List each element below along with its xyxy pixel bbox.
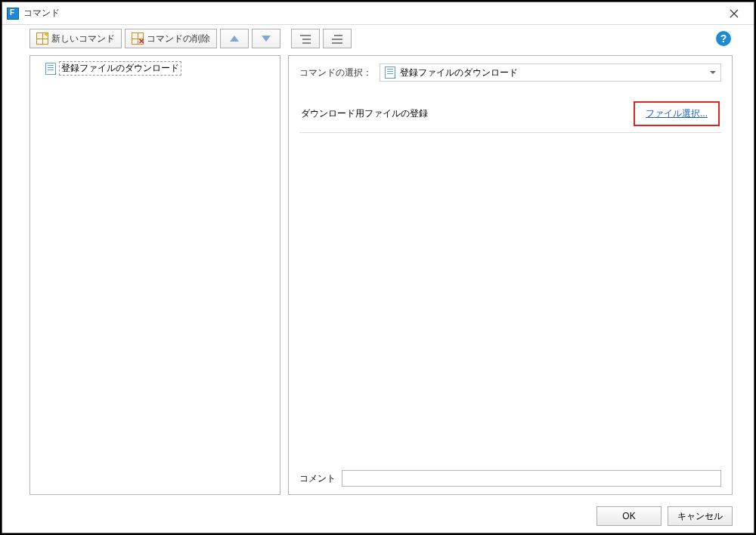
chevron-down-icon bbox=[710, 71, 716, 74]
move-up-button[interactable] bbox=[220, 29, 249, 48]
tree-item-label: 登録ファイルのダウンロード bbox=[59, 61, 181, 76]
arrow-up-icon bbox=[230, 36, 239, 42]
cancel-button[interactable]: キャンセル bbox=[668, 506, 733, 526]
command-select[interactable]: 登録ファイルのダウンロード bbox=[380, 63, 721, 82]
comment-row: コメント bbox=[299, 470, 721, 487]
download-file-label: ダウンロード用ファイルの登録 bbox=[301, 107, 634, 120]
help-icon: ? bbox=[720, 32, 727, 45]
command-tree[interactable]: 登録ファイルのダウンロード bbox=[29, 55, 280, 495]
toolbar: 新しいコマンド コマンドの削除 ? bbox=[2, 25, 754, 52]
document-download-icon bbox=[45, 63, 56, 75]
indent-button[interactable] bbox=[291, 29, 320, 48]
help-button[interactable]: ? bbox=[716, 31, 731, 46]
footer: OK キャンセル bbox=[2, 499, 754, 533]
new-command-icon bbox=[36, 32, 48, 45]
file-select-highlight: ファイル選択... bbox=[634, 101, 720, 126]
spacer bbox=[299, 133, 721, 464]
comment-label: コメント bbox=[299, 472, 336, 485]
arrow-down-icon bbox=[262, 36, 271, 42]
command-select-value: 登録ファイルのダウンロード bbox=[400, 66, 518, 79]
command-select-row: コマンドの選択： 登録ファイルのダウンロード bbox=[299, 63, 721, 82]
delete-command-label: コマンドの削除 bbox=[147, 32, 210, 45]
titlebar: コマンド bbox=[2, 2, 754, 25]
delete-command-icon bbox=[132, 32, 144, 45]
tree-item[interactable]: 登録ファイルのダウンロード bbox=[44, 60, 275, 76]
ok-button[interactable]: OK bbox=[596, 506, 662, 526]
close-icon bbox=[730, 9, 739, 18]
command-details: コマンドの選択： 登録ファイルのダウンロード ダウンロード用ファイルの登録 ファ… bbox=[288, 55, 733, 495]
indent-icon bbox=[300, 35, 311, 44]
document-download-icon bbox=[385, 66, 395, 79]
new-command-button[interactable]: 新しいコマンド bbox=[29, 29, 122, 48]
new-command-label: 新しいコマンド bbox=[51, 32, 115, 45]
command-select-label: コマンドの選択： bbox=[299, 66, 372, 79]
close-button[interactable] bbox=[717, 3, 751, 24]
body: 登録ファイルのダウンロード コマンドの選択： 登録ファイルのダウンロード ダウン… bbox=[2, 52, 754, 499]
outdent-icon bbox=[332, 35, 342, 44]
comment-input[interactable] bbox=[342, 470, 721, 487]
move-down-button[interactable] bbox=[252, 29, 280, 48]
outdent-button[interactable] bbox=[323, 29, 352, 48]
app-icon bbox=[7, 8, 19, 20]
download-file-section: ダウンロード用ファイルの登録 ファイル選択... bbox=[299, 97, 721, 133]
command-dialog: コマンド 新しいコマンド コマンドの削除 ? bbox=[2, 2, 754, 533]
file-select-link[interactable]: ファイル選択... bbox=[646, 108, 708, 119]
dialog-title: コマンド bbox=[23, 7, 717, 20]
delete-command-button[interactable]: コマンドの削除 bbox=[125, 29, 217, 48]
